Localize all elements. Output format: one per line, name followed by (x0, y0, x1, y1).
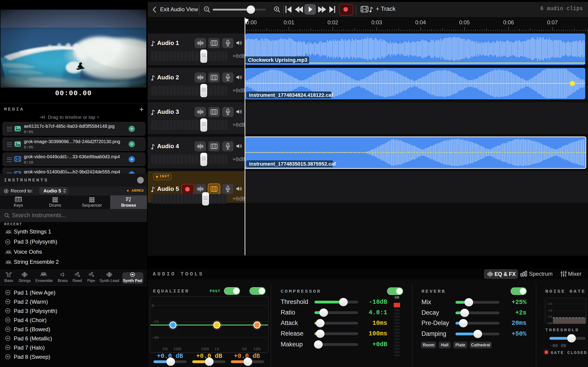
svg-text:5k: 5k (242, 347, 247, 352)
svg-text:500: 500 (201, 347, 209, 352)
svg-text:100: 100 (173, 347, 181, 352)
svg-text:-40: -40 (152, 336, 159, 340)
svg-text:1k: 1k (214, 347, 220, 352)
svg-text:0: 0 (152, 304, 154, 308)
svg-text:-60: -60 (546, 315, 552, 319)
svg-text:-80: -80 (546, 322, 552, 325)
svg-text:-20: -20 (152, 320, 159, 324)
svg-text:50: 50 (163, 347, 168, 352)
svg-text:GR: GR (395, 295, 399, 300)
svg-text:-40: -40 (546, 309, 552, 313)
svg-text:-20: -20 (546, 302, 552, 306)
svg-text:10k: 10k (253, 347, 261, 352)
